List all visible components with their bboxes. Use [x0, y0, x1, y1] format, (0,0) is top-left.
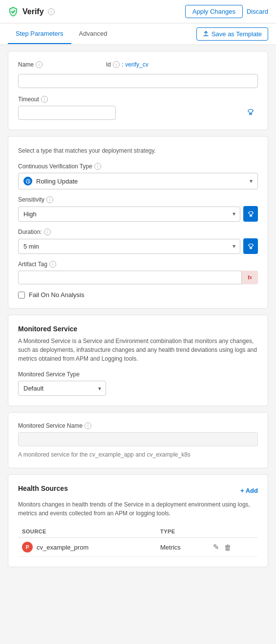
monitored-service-type-label: Monitored Service Type	[18, 371, 258, 378]
tabs-bar: Step Parameters Advanced Save as Templat…	[0, 23, 276, 45]
monitored-service-type-select[interactable]: Default Custom	[18, 381, 106, 396]
fail-no-analysis-row: Fail On No Analysis	[18, 291, 258, 299]
sensitivity-select-with-pin: High Medium Low ▾	[18, 206, 258, 222]
title-info-icon[interactable]: i	[48, 8, 55, 15]
name-info-icon[interactable]: i	[36, 61, 42, 68]
health-sources-card: Health Sources + Add Monitors changes in…	[8, 474, 268, 567]
cv-type-label: Continuous Verification Type i	[18, 163, 258, 170]
name-timeout-card: Name i Id i : verify_cv verify_cv Timeou…	[8, 51, 268, 130]
cv-type-info-icon[interactable]: i	[94, 163, 101, 170]
tabs-container: Step Parameters Advanced	[8, 24, 115, 44]
table-row: P cv_example_prom Metrics ✎ 🗑	[18, 538, 258, 557]
monitored-service-name-info-icon[interactable]: i	[85, 422, 91, 429]
duration-select[interactable]: 5 min 10 min 15 min 30 min	[18, 239, 240, 254]
fail-no-analysis-label: Fail On No Analysis	[29, 291, 84, 299]
timeout-pin-icon[interactable]	[247, 109, 254, 117]
name-label: Name i	[18, 61, 96, 68]
pin-icon-2	[248, 243, 254, 250]
health-sources-description: Monitors changes in health trends of the…	[18, 500, 258, 518]
header: Verify i Apply Changes Discard	[0, 0, 276, 23]
cv-type-chevron-icon: ▾	[250, 178, 253, 184]
source-name: cv_example_prom	[37, 544, 88, 551]
name-input[interactable]: verify_cv	[18, 74, 258, 88]
cv-type-group: Continuous Verification Type i Rolling U…	[18, 163, 258, 189]
timeout-info-icon[interactable]: i	[41, 96, 48, 103]
monitored-service-name-group: Monitored Service Name i cv_example_app_…	[18, 422, 258, 458]
id-group: Id i : verify_cv	[106, 61, 258, 68]
col-source-header: SOURCE	[18, 526, 156, 538]
health-sources-title: Health Sources	[18, 484, 68, 492]
cv-type-dropdown[interactable]: Rolling Update ▾	[18, 173, 258, 189]
health-sources-table: SOURCE TYPE P cv_example_prom Metrics ✎	[18, 526, 258, 557]
header-actions: Apply Changes Discard	[185, 5, 268, 18]
timeout-group: Timeout i 2h	[18, 96, 258, 120]
sensitivity-select-wrapper: High Medium Low ▾	[18, 207, 240, 222]
duration-label: Duration: i	[18, 229, 258, 235]
name-group: Name i	[18, 61, 96, 68]
artifact-tag-info-icon[interactable]: i	[49, 261, 56, 268]
source-cell: P cv_example_prom	[18, 538, 156, 557]
id-value: verify_cv	[125, 61, 148, 68]
page-title: Verify	[22, 7, 44, 16]
source-icon: P	[22, 542, 33, 552]
col-type-header: TYPE	[156, 526, 209, 538]
save-as-template-button[interactable]: Save as Template	[196, 27, 268, 41]
name-input-group: verify_cv	[18, 74, 258, 88]
cv-description: Select a type that matches your deployme…	[18, 146, 258, 155]
add-health-source-link[interactable]: + Add	[240, 487, 258, 494]
duration-select-wrapper: 5 min 10 min 15 min 30 min ▾	[18, 239, 240, 254]
name-id-row: Name i Id i : verify_cv	[18, 61, 258, 68]
id-label: Id i : verify_cv	[106, 61, 258, 68]
id-prefix: :	[122, 61, 123, 68]
monitored-service-name-label: Monitored Service Name i	[18, 422, 258, 429]
apply-changes-button[interactable]: Apply Changes	[185, 5, 243, 18]
duration-info-icon[interactable]: i	[44, 229, 51, 235]
monitored-service-type-select-wrapper: Default Custom ▾	[18, 381, 106, 396]
duration-pin-button[interactable]	[243, 238, 258, 254]
tab-advanced[interactable]: Advanced	[71, 24, 115, 44]
artifact-tag-label: Artifact Tag i	[18, 261, 258, 268]
sensitivity-group: Sensitivity i High Medium Low ▾	[18, 196, 258, 222]
sensitivity-pin-button[interactable]	[243, 206, 258, 222]
cv-card: Select a type that matches your deployme…	[8, 136, 268, 309]
main-content: Name i Id i : verify_cv verify_cv Timeou…	[0, 45, 276, 573]
tab-step-parameters[interactable]: Step Parameters	[8, 24, 71, 44]
edit-icon[interactable]: ✎	[213, 543, 219, 552]
timeout-input[interactable]: 2h	[18, 106, 116, 120]
upload-icon	[203, 31, 209, 37]
monitored-service-type-group: Monitored Service Type Default Custom ▾	[18, 371, 258, 396]
monitored-service-card: Monitored Service A Monitored Service is…	[8, 315, 268, 406]
delete-icon[interactable]: 🗑	[224, 543, 232, 552]
duration-select-with-pin: 5 min 10 min 15 min 30 min ▾	[18, 238, 258, 254]
sensitivity-label: Sensitivity i	[18, 196, 258, 203]
monitored-service-description: A Monitored Service is a Service and Env…	[18, 337, 258, 363]
artifact-tag-input-wrapper: <+serviceConfig.artifacts.primary.tag> f…	[18, 271, 258, 284]
type-cell: Metrics	[156, 538, 209, 557]
cv-type-value: Rolling Update	[36, 178, 253, 185]
artifact-tag-input[interactable]: <+serviceConfig.artifacts.primary.tag>	[18, 271, 258, 284]
rolling-icon	[23, 177, 32, 185]
monitored-service-name-input: cv_example_app_cv_example_k8s	[18, 432, 258, 446]
monitored-service-name-card: Monitored Service Name i cv_example_app_…	[8, 412, 268, 468]
pin-icon	[248, 211, 254, 217]
id-info-icon[interactable]: i	[113, 61, 120, 68]
timeout-input-wrapper: 2h	[18, 106, 258, 120]
actions-cell: ✎ 🗑	[209, 538, 258, 557]
timeout-label: Timeout i	[18, 96, 258, 103]
fx-badge[interactable]: fx	[241, 271, 258, 284]
fail-no-analysis-checkbox[interactable]	[18, 292, 25, 299]
artifact-tag-group: Artifact Tag i <+serviceConfig.artifacts…	[18, 261, 258, 284]
duration-group: Duration: i 5 min 10 min 15 min 30 min ▾	[18, 229, 258, 254]
monitored-service-name-helper: A monitored service for the cv_example_a…	[18, 451, 258, 458]
sensitivity-select[interactable]: High Medium Low	[18, 207, 240, 222]
verify-shield-icon	[8, 6, 19, 17]
sensitivity-info-icon[interactable]: i	[46, 196, 53, 203]
col-actions-header	[209, 526, 258, 538]
discard-button[interactable]: Discard	[247, 8, 268, 15]
monitored-service-title: Monitored Service	[18, 325, 258, 333]
health-sources-header: Health Sources + Add	[18, 484, 258, 496]
header-left: Verify i	[8, 6, 55, 17]
